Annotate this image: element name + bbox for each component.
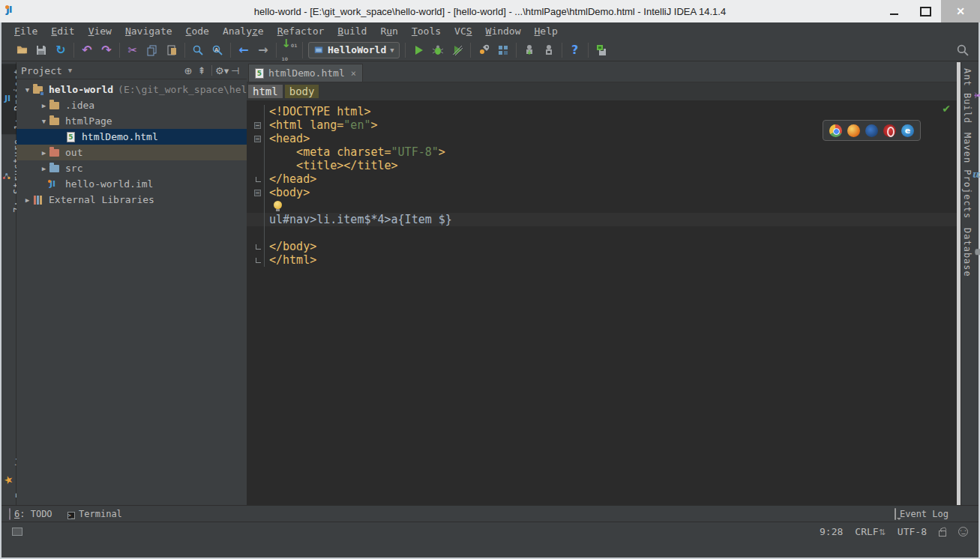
menu-file[interactable]: File (7, 24, 44, 38)
paste-icon[interactable] (164, 43, 179, 58)
tree-item-hello-world-iml[interactable]: JIhello-world.iml (16, 176, 247, 192)
collapse-all-icon[interactable]: ⇞ (195, 65, 208, 76)
menu-window[interactable]: Window (479, 24, 528, 38)
forward-icon[interactable]: → (256, 43, 271, 58)
caret-position[interactable]: 9:28 (820, 526, 843, 537)
gutter[interactable]: − (247, 132, 265, 145)
code-line-9[interactable]: ul#nav>li.item$*4>a{Item $} (247, 213, 957, 226)
menu-run[interactable]: Run (373, 24, 404, 38)
fold-collapse-icon[interactable]: − (254, 122, 261, 129)
back-icon[interactable]: ← (236, 43, 251, 58)
code-line-5[interactable]: <title></title> (247, 159, 957, 172)
run-icon[interactable] (411, 43, 426, 58)
encoding-indicator[interactable]: UTF-8 (898, 526, 927, 537)
minimize-button[interactable] (878, 0, 910, 22)
debug-icon[interactable] (430, 43, 445, 58)
tree-collapsed-icon[interactable]: ▶ (39, 102, 49, 109)
menu-build[interactable]: Build (331, 24, 373, 38)
gutter[interactable]: − (247, 118, 265, 132)
tab-htmldemo[interactable]: 5 htmlDemo.html × (248, 64, 363, 82)
hide-panel-icon[interactable]: ⊣ (229, 65, 242, 76)
toolwindow-button-terminal[interactable]: >_Terminal (60, 506, 130, 522)
close-button[interactable]: ✕ (941, 0, 980, 22)
code-line-10[interactable] (247, 226, 957, 240)
menu-help[interactable]: Help (528, 24, 565, 38)
run-configuration-combo[interactable]: HelloWorld▼ (308, 42, 400, 58)
toolwindow-switcher-icon[interactable] (12, 528, 22, 536)
redo-icon[interactable]: ↷ (99, 43, 114, 58)
gutter[interactable] (247, 199, 265, 213)
fold-collapse-icon[interactable]: − (254, 136, 261, 142)
close-tab-icon[interactable]: × (351, 68, 356, 79)
save-all-icon[interactable] (34, 43, 49, 58)
tree-item-src[interactable]: ▶src (16, 160, 247, 176)
fold-end-icon[interactable] (256, 244, 261, 250)
run-with-coverage-icon[interactable] (450, 43, 465, 58)
replace-icon[interactable]: A (210, 43, 225, 58)
toolwindow-button-database[interactable]: Database (961, 223, 980, 282)
toolwindow-button-maven-projects[interactable]: mMaven Projects (961, 128, 980, 223)
gutter[interactable] (247, 240, 265, 253)
fold-end-icon[interactable] (256, 177, 261, 182)
tree-item-external-libraries[interactable]: ▶External Libraries (16, 192, 247, 208)
menu-refactor[interactable]: Refactor (271, 24, 331, 38)
search-everywhere-icon[interactable] (955, 43, 970, 58)
gutter[interactable] (247, 213, 265, 226)
tree-item-htmlpage[interactable]: ▼htmlPage (16, 113, 247, 129)
code-line-12[interactable]: </html> (247, 253, 957, 267)
gutter[interactable] (247, 159, 265, 172)
breadcrumb-html[interactable]: html (248, 85, 283, 98)
help-icon[interactable]: ? (568, 43, 583, 58)
update-project-icon[interactable]: ↓0110 (282, 43, 297, 58)
android-device-monitor-icon[interactable] (541, 43, 556, 58)
project-structure-icon[interactable] (496, 43, 511, 58)
toolwindow-button-ant-build[interactable]: Ant Build (961, 64, 980, 128)
line-separator-indicator[interactable]: CRLF⇅ (855, 526, 886, 537)
menu-vcs[interactable]: VCS (448, 24, 478, 38)
undo-icon[interactable]: ↶ (79, 43, 94, 58)
tree-item-htmldemo-html[interactable]: 5htmlDemo.html (16, 129, 247, 145)
tree-collapsed-icon[interactable]: ▶ (39, 165, 49, 172)
tree-expanded-icon[interactable]: ▼ (39, 118, 49, 125)
code-line-11[interactable]: </body> (247, 240, 957, 253)
tree-expanded-icon[interactable]: ▼ (22, 86, 32, 94)
unlock-icon[interactable] (939, 531, 946, 537)
toolwindow-button-6-todo[interactable]: 6: TODO (1, 506, 60, 522)
project-views-combo[interactable]: Project (21, 65, 62, 76)
android-save-icon[interactable] (594, 43, 609, 58)
tree-collapsed-icon[interactable]: ▶ (39, 149, 49, 157)
menu-analyze[interactable]: Analyze (216, 24, 271, 38)
settings-icon[interactable] (476, 43, 491, 58)
menu-navigate[interactable]: Navigate (118, 24, 179, 38)
menu-view[interactable]: View (82, 24, 118, 38)
intention-bulb-icon[interactable] (274, 201, 282, 209)
menu-edit[interactable]: Edit (44, 24, 81, 38)
copy-icon[interactable] (145, 43, 160, 58)
code-line-6[interactable]: </head> (247, 172, 957, 186)
gutter[interactable] (247, 145, 265, 159)
code-line-3[interactable]: −<head> (247, 132, 957, 145)
tree-item-out[interactable]: ▶out (16, 145, 247, 160)
open-folder-icon[interactable] (14, 43, 29, 58)
gutter[interactable] (247, 253, 265, 267)
code-editor[interactable]: ✔ e <!DOCTYPE html>−<html lang="en">−<he… (247, 100, 957, 523)
toolwindow-button-event-log[interactable]: Event Log (887, 506, 956, 522)
maximize-button[interactable] (910, 0, 941, 22)
code-line-1[interactable]: <!DOCTYPE html> (247, 105, 957, 118)
code-line-2[interactable]: −<html lang="en"> (247, 118, 957, 132)
code-line-4[interactable]: <meta charset="UTF-8"> (247, 145, 957, 159)
tree-collapsed-icon[interactable]: ▶ (22, 196, 32, 204)
tree-item-hello-world[interactable]: ▼hello-world(E:\git_work_space\hell (16, 82, 247, 97)
gutter[interactable] (247, 226, 265, 240)
synchronize-icon[interactable]: ↻ (53, 43, 68, 58)
find-icon[interactable] (190, 43, 205, 58)
locate-icon[interactable]: ⊕ (181, 65, 195, 76)
tree-item--idea[interactable]: ▶.idea (16, 97, 247, 113)
menu-tools[interactable]: Tools (405, 24, 448, 38)
gear-icon[interactable]: ⚙▾ (215, 65, 229, 76)
fold-collapse-icon[interactable]: − (254, 190, 261, 196)
gutter[interactable] (247, 172, 265, 186)
gutter[interactable] (247, 105, 265, 118)
code-line-7[interactable]: −<body> (247, 186, 957, 199)
android-sdk-manager-icon[interactable] (522, 43, 537, 58)
